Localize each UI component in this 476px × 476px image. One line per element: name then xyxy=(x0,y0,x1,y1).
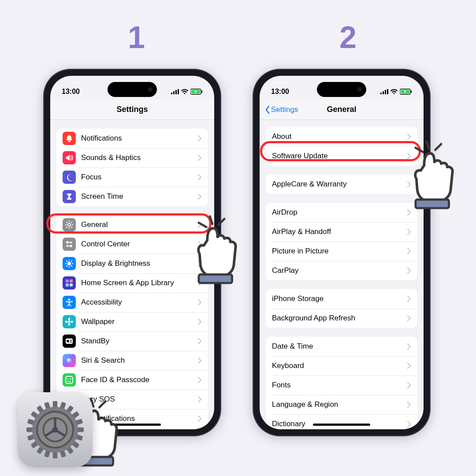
chevron-right-icon xyxy=(407,229,411,235)
row-bg-refresh[interactable]: Background App Refresh xyxy=(266,309,417,328)
chevron-right-icon xyxy=(197,174,202,180)
battery-icon xyxy=(400,89,412,95)
settings-group-1: Notifications Sounds & Haptics Focus Scr… xyxy=(56,129,208,206)
row-label: Fonts xyxy=(272,381,407,390)
row-applecare[interactable]: AppleCare & Warranty xyxy=(266,175,417,194)
row-storage[interactable]: iPhone Storage xyxy=(266,289,417,309)
row-focus[interactable]: Focus xyxy=(56,167,208,187)
row-sounds[interactable]: Sounds & Haptics xyxy=(56,148,208,167)
chevron-right-icon xyxy=(407,181,411,187)
row-airdrop[interactable]: AirDrop xyxy=(266,203,417,222)
row-notifications[interactable]: Notifications xyxy=(56,129,208,148)
row-label: Software Update xyxy=(272,152,407,160)
row-airplay[interactable]: AirPlay & Handoff xyxy=(266,222,417,242)
chevron-right-icon xyxy=(407,209,411,216)
row-software-update[interactable]: Software Update xyxy=(266,146,417,166)
row-label: General xyxy=(81,220,197,229)
row-label: CarPlay xyxy=(272,266,407,275)
row-label: Wallpaper xyxy=(81,317,197,326)
wifi-icon xyxy=(181,89,188,94)
row-label: Accessibility xyxy=(81,298,197,307)
row-label: AirPlay & Handoff xyxy=(272,227,407,236)
row-label: ency SOS xyxy=(81,395,197,404)
step-number-1: 1 xyxy=(128,20,145,55)
chevron-right-icon xyxy=(197,377,202,383)
row-standby[interactable]: StandBy xyxy=(56,331,208,351)
row-faceid[interactable]: Face ID & Passcode xyxy=(56,370,208,390)
row-label: iPhone Storage xyxy=(272,294,407,303)
row-pip[interactable]: Picture in Picture xyxy=(266,242,417,261)
gear-icon xyxy=(26,401,84,458)
row-dictionary[interactable]: Dictionary xyxy=(266,414,417,429)
home-indicator xyxy=(104,424,161,426)
row-control-center[interactable]: Control Center xyxy=(56,234,208,254)
chevron-right-icon xyxy=(197,193,202,200)
row-display[interactable]: Display & Brightness xyxy=(56,254,208,273)
chevron-right-icon xyxy=(197,299,202,305)
row-screentime[interactable]: Screen Time xyxy=(56,187,208,206)
chevron-right-icon xyxy=(407,402,411,408)
screen-1: 13:00 Settings Notifications Sounds & Ha… xyxy=(50,76,214,429)
chevron-right-icon xyxy=(407,296,411,302)
general-group-d: iPhone Storage Background App Refresh xyxy=(266,289,417,328)
row-keyboard[interactable]: Keyboard xyxy=(266,356,417,376)
chevron-right-icon xyxy=(407,248,411,254)
step-number-2: 2 xyxy=(339,20,357,55)
standby-icon xyxy=(63,335,76,348)
switches-icon xyxy=(63,238,76,251)
row-label: Background App Refresh xyxy=(272,314,407,323)
row-label: Keyboard xyxy=(272,361,407,370)
siri-icon xyxy=(63,354,76,367)
row-language[interactable]: Language & Region xyxy=(266,395,417,414)
nav-bar: Settings General xyxy=(260,100,424,120)
gear-icon xyxy=(63,218,76,231)
chevron-right-icon xyxy=(197,260,202,267)
chevron-right-icon xyxy=(407,421,411,427)
row-label: AppleCare & Warranty xyxy=(272,180,407,189)
dynamic-island xyxy=(108,82,157,97)
row-carplay[interactable]: CarPlay xyxy=(266,261,417,280)
row-label: Siri & Search xyxy=(81,356,197,365)
chevron-right-icon xyxy=(407,268,411,274)
general-group-c: AirDrop AirPlay & Handoff Picture in Pic… xyxy=(266,203,417,280)
row-label: Focus xyxy=(81,173,197,182)
wifi-icon xyxy=(390,89,398,94)
accessibility-icon xyxy=(63,296,76,309)
phone-frame-2: 13:00 Settings General About Software Up… xyxy=(253,70,430,435)
row-label: Display & Brightness xyxy=(81,259,197,268)
cellular-icon xyxy=(380,89,388,94)
row-label: Screen Time xyxy=(81,192,197,201)
chevron-right-icon xyxy=(407,315,411,321)
moon-icon xyxy=(63,171,76,184)
row-wallpaper[interactable]: Wallpaper xyxy=(56,312,208,331)
chevron-right-icon xyxy=(197,396,202,402)
row-fonts[interactable]: Fonts xyxy=(266,376,417,395)
bell-icon xyxy=(63,132,76,145)
nav-title: Settings xyxy=(116,105,148,114)
nav-bar: Settings xyxy=(50,100,214,120)
status-time: 13:00 xyxy=(271,88,289,96)
screen-2: 13:00 Settings General About Software Up… xyxy=(260,76,424,429)
row-label: Face ID & Passcode xyxy=(81,376,197,384)
settings-app-icon[interactable] xyxy=(18,392,93,467)
back-button[interactable]: Settings xyxy=(265,100,298,119)
chevron-right-icon xyxy=(197,241,202,247)
chevron-right-icon xyxy=(407,363,411,369)
general-group-a: About Software Update xyxy=(266,127,417,166)
row-about[interactable]: About xyxy=(266,127,417,146)
row-siri[interactable]: Siri & Search xyxy=(56,351,208,370)
general-group-b: AppleCare & Warranty xyxy=(266,175,417,194)
row-label: Control Center xyxy=(81,240,197,249)
row-date-time[interactable]: Date & Time xyxy=(266,337,417,356)
speaker-icon xyxy=(63,151,76,164)
row-label: Notifications xyxy=(81,134,197,143)
row-general[interactable]: General xyxy=(56,215,208,234)
battery-icon xyxy=(190,89,203,95)
row-accessibility[interactable]: Accessibility xyxy=(56,293,208,312)
row-home-screen[interactable]: Home Screen & App Library xyxy=(56,273,208,293)
row-label: AirDrop xyxy=(272,208,407,217)
row-label: Home Screen & App Library xyxy=(81,279,197,287)
chevron-right-icon xyxy=(197,222,202,228)
back-label: Settings xyxy=(271,105,298,114)
dynamic-island xyxy=(317,82,366,97)
